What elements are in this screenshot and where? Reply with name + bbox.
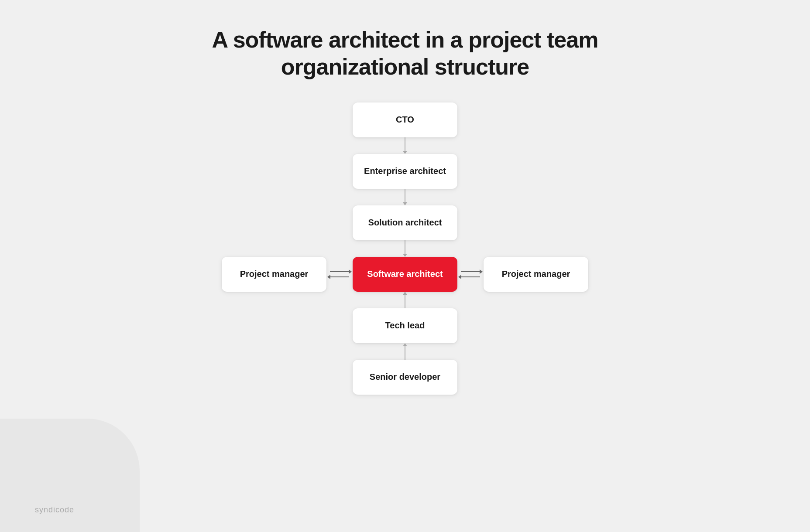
tech-lead-node: Tech lead <box>353 308 457 343</box>
arrow-left-icon <box>330 276 349 277</box>
main-container: A software architect in a project team o… <box>0 0 810 532</box>
page-title: A software architect in a project team o… <box>212 26 598 81</box>
connector-software-tech <box>403 292 407 308</box>
connector-cto-enterprise <box>403 137 407 154</box>
solution-architect-node: Solution architect <box>353 205 457 240</box>
project-manager-left-node: Project manager <box>222 257 326 292</box>
connector-solution-software <box>403 240 407 257</box>
connector-enterprise-solution <box>403 189 407 205</box>
arrow-left-icon <box>461 276 480 277</box>
cto-node: CTO <box>353 102 457 137</box>
left-side-section: Project manager <box>222 257 353 292</box>
watermark: syndicode <box>35 505 74 515</box>
enterprise-architect-node: Enterprise architect <box>353 154 457 189</box>
arrow-right-icon <box>461 271 480 272</box>
left-arrows <box>326 271 353 277</box>
software-architect-node: Software architect <box>353 257 457 292</box>
right-arrows <box>457 271 484 277</box>
senior-developer-node: Senior developer <box>353 360 457 395</box>
connector-tech-senior <box>403 343 407 360</box>
project-manager-right-node: Project manager <box>484 257 588 292</box>
org-diagram: CTO Enterprise architect Solution archit… <box>209 102 601 395</box>
middle-row: Project manager Software architect <box>209 257 601 292</box>
arrow-right-icon <box>330 271 349 272</box>
right-side-section: Project manager <box>457 257 588 292</box>
